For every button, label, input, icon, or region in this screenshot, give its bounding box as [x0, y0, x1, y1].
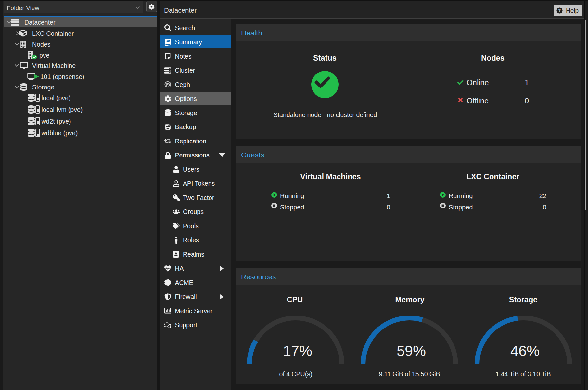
svg-text:?: ? — [558, 8, 561, 13]
